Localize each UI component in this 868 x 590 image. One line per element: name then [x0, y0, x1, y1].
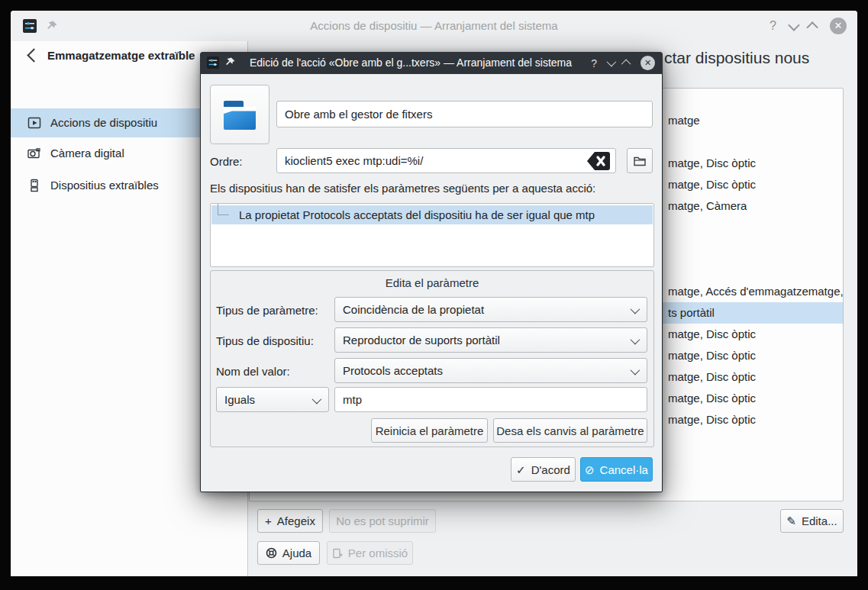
- help-button[interactable]: ?: [770, 19, 776, 33]
- system-settings-icon: [23, 19, 37, 33]
- chevron-down-icon: [631, 305, 641, 314]
- close-button[interactable]: ✕: [641, 56, 655, 70]
- clear-text-icon[interactable]: [586, 151, 611, 171]
- device-label-fragment: matge, Disc òptic: [668, 174, 756, 195]
- folder-open-icon: [634, 156, 646, 166]
- ok-button[interactable]: ✓ D'acord: [511, 457, 576, 482]
- sidebar-item-label: Càmera digital: [50, 139, 124, 168]
- operator-select[interactable]: Iguals: [216, 387, 329, 412]
- device-label-fragment: matge, Disc òptic: [668, 345, 756, 366]
- help-button[interactable]: ?: [591, 57, 597, 69]
- close-button[interactable]: ✕: [830, 18, 847, 34]
- requirements-list[interactable]: La propietat Protocols acceptats del dis…: [210, 203, 654, 267]
- command-label: Ordre:: [210, 155, 243, 168]
- chevron-down-icon: [631, 335, 641, 345]
- main-window-title: Accions de dispositiu — Arranjament del …: [102, 11, 766, 41]
- defaults-button: Per omissió: [327, 541, 413, 565]
- save-parameter-button[interactable]: Desa els canvis al paràmetre: [493, 418, 647, 443]
- camera-icon: [27, 147, 41, 160]
- usb-drive-icon: [27, 179, 41, 192]
- check-icon: ✓: [516, 464, 526, 476]
- device-label-fragment: matge, Disc òptic: [668, 153, 756, 174]
- requirement-item[interactable]: La propietat Protocols acceptats del dis…: [211, 205, 653, 224]
- browse-button[interactable]: [627, 148, 653, 173]
- chevron-down-icon: [631, 366, 641, 376]
- pin-icon[interactable]: [47, 21, 57, 31]
- requirements-label: Els dispositius han de satisfer els parà…: [210, 182, 595, 195]
- chevron-down-icon: [312, 395, 322, 405]
- device-label-fragment: matge, Disc òptic: [668, 324, 756, 345]
- help-buoy-icon: [266, 547, 277, 559]
- device-type-select[interactable]: Reproductor de suports portàtil: [334, 327, 647, 353]
- sidebar-item-label: Accions de dispositiu: [50, 108, 157, 137]
- value-name-select[interactable]: Protocols acceptats: [334, 358, 647, 383]
- device-label-fragment: matge: [668, 110, 700, 131]
- minimize-button[interactable]: [788, 19, 800, 31]
- help-button-bottom[interactable]: Ajuda: [257, 541, 320, 565]
- pencil-icon: ✎: [786, 515, 796, 527]
- page-title-fragment: ctar dispositius nous: [664, 49, 809, 67]
- parameter-value-input[interactable]: mtp: [334, 387, 647, 412]
- main-titlebar: Accions de dispositiu — Arranjament del …: [11, 11, 857, 41]
- action-icon-button[interactable]: [210, 85, 269, 144]
- edit-button[interactable]: ✎ Edita...: [780, 509, 844, 533]
- tree-branch-icon: [218, 204, 229, 215]
- device-label-fragment: matge, Accés d'emmagatzematge, ...: [668, 281, 844, 302]
- pin-icon[interactable]: [225, 57, 235, 67]
- parameter-type-select[interactable]: Coincidència de la propietat: [334, 297, 647, 322]
- device-actions-icon: [27, 116, 41, 130]
- folder-icon: [221, 98, 258, 131]
- sidebar-back-label: Emmagatzematge extraïble: [47, 46, 195, 66]
- action-name-input[interactable]: Obre amb el gestor de fitxers: [276, 101, 653, 127]
- device-label-fragment: matge, Càmera: [668, 195, 747, 217]
- device-label-fragment: matge, Disc òptic: [668, 366, 756, 388]
- value-name-label: Nom del valor:: [216, 365, 290, 378]
- device-label-fragment: matge, Disc òptic: [668, 409, 756, 430]
- maximize-button[interactable]: [621, 60, 631, 69]
- system-settings-icon: [207, 56, 219, 69]
- cancel-slash-icon: ⊘: [585, 464, 595, 476]
- reset-parameter-button[interactable]: Reinicia el paràmetre: [371, 418, 488, 443]
- remove-button: No es pot suprimir: [329, 509, 436, 533]
- dialog-title: Edició de l'acció «Obre amb el g...txers…: [243, 52, 579, 74]
- dialog-titlebar: Edició de l'acció «Obre amb el g...txers…: [200, 52, 663, 74]
- command-input[interactable]: kioclient5 exec mtp:udi=%i/: [276, 148, 616, 173]
- edit-action-dialog: Edició de l'acció «Obre amb el g...txers…: [200, 52, 663, 492]
- maximize-button[interactable]: [806, 21, 818, 34]
- defaults-icon: [332, 548, 343, 559]
- parameter-type-label: Tipus de paràmetre:: [216, 304, 318, 317]
- add-button[interactable]: + Afegeix: [257, 509, 323, 533]
- plus-icon: +: [265, 515, 272, 527]
- minimize-button[interactable]: [607, 57, 617, 67]
- cancel-button[interactable]: ⊘ Cancel·la: [580, 457, 653, 482]
- device-label-fragment: matge, Disc òptic: [668, 388, 756, 409]
- sidebar-item-label: Dispositius extraïbles: [50, 171, 159, 200]
- device-label-fragment: ts portàtil: [668, 302, 715, 324]
- groupbox-title: Edita el paràmetre: [211, 276, 653, 289]
- back-chevron-icon: [27, 48, 40, 62]
- device-type-label: Tipus de dispositiu:: [216, 334, 314, 347]
